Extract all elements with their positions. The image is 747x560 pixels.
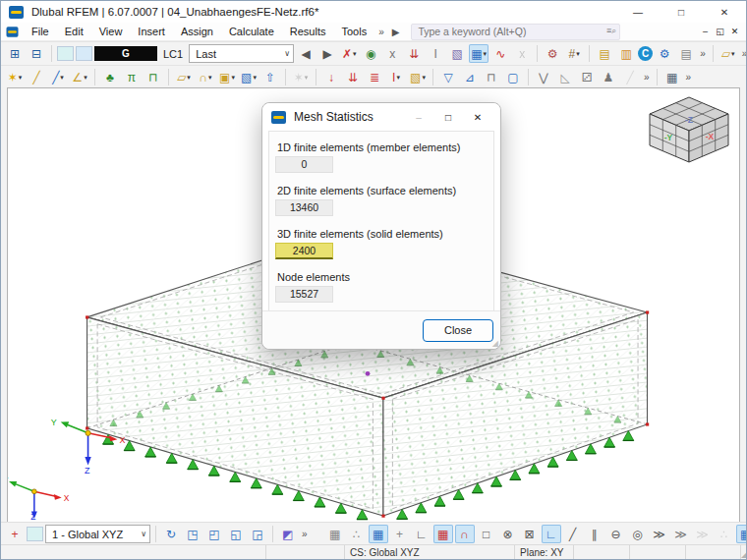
- model-settings-icon[interactable]: ⚙: [655, 44, 674, 63]
- new-line-support-icon[interactable]: π: [122, 68, 142, 86]
- new-member-icon[interactable]: ╱▾: [48, 68, 68, 86]
- dialog-close-icon[interactable]: ✕: [463, 112, 492, 123]
- child-restore-button[interactable]: ◱: [713, 27, 727, 36]
- fe-mesh-view-icon[interactable]: ▦: [369, 525, 388, 543]
- circle-snap-icon[interactable]: ⊗: [498, 525, 518, 543]
- new-node-icon[interactable]: ✶▾: [5, 68, 25, 86]
- coordinate-system-combo[interactable]: 1 - Global XYZ∨: [45, 525, 150, 543]
- field-value[interactable]: 2400: [275, 243, 333, 259]
- menu-overflow-chevron[interactable]: »: [374, 27, 388, 37]
- panel-color-swatch[interactable]: [76, 46, 92, 61]
- view-side-icon[interactable]: ◱: [226, 525, 246, 543]
- ortho-snap-icon[interactable]: ∟: [542, 525, 561, 543]
- menu-item-tools[interactable]: Tools: [333, 23, 374, 40]
- selected-node[interactable]: [366, 371, 371, 376]
- dialog-resize-grip[interactable]: ◢: [492, 339, 498, 348]
- close-button[interactable]: ✕: [703, 1, 746, 23]
- walk-through-icon[interactable]: ♟: [599, 68, 618, 86]
- clipping-box-icon[interactable]: ▢: [503, 68, 523, 86]
- view-top-icon[interactable]: ◲: [248, 525, 267, 543]
- numbering-options-icon[interactable]: #▾: [564, 44, 584, 63]
- new-solid-icon[interactable]: ▧▾: [239, 68, 259, 86]
- new-nodal-load-icon[interactable]: ↓: [321, 68, 341, 86]
- dialog-maximize-button[interactable]: □: [433, 112, 463, 123]
- keyword-search[interactable]: ≡⌕: [411, 24, 620, 40]
- new-opening-icon[interactable]: ▣▾: [217, 68, 237, 86]
- next-load-case-icon[interactable]: ▶: [317, 44, 337, 63]
- center-snap-icon[interactable]: □: [477, 525, 496, 543]
- guidelines-icon[interactable]: +: [390, 525, 410, 543]
- menu-run-arrow[interactable]: ▶: [388, 27, 404, 37]
- menu-item-file[interactable]: File: [24, 23, 57, 40]
- show-results-icon[interactable]: ∿: [490, 44, 510, 63]
- dialog-titlebar[interactable]: Mesh Statistics – □ ✕: [262, 103, 500, 131]
- child-close-button[interactable]: ✕: [727, 27, 742, 36]
- new-window-icon[interactable]: ⊞: [5, 44, 25, 63]
- menu-item-insert[interactable]: Insert: [130, 23, 173, 40]
- toolbar-overflow-4[interactable]: »: [642, 72, 652, 83]
- concentric-snap-icon[interactable]: ◎: [628, 525, 648, 543]
- parallel-snap-icon[interactable]: ∥: [585, 525, 604, 543]
- generate-mesh-icon[interactable]: ▤: [595, 44, 614, 63]
- section-icon[interactable]: ⊓: [482, 68, 501, 86]
- import-model-icon[interactable]: ▥: [616, 44, 636, 63]
- new-nurbs-surface-icon[interactable]: ∩▾: [196, 68, 215, 86]
- filter-results-icon[interactable]: ▽: [438, 68, 458, 86]
- show-grid-icon[interactable]: ▦: [736, 525, 746, 543]
- window-resize-grip[interactable]: ◢: [741, 545, 747, 559]
- toolbar-overflow-6[interactable]: »: [300, 529, 310, 539]
- maximize-button[interactable]: □: [660, 1, 703, 23]
- snap-angle-icon[interactable]: ∟: [412, 525, 431, 543]
- new-free-load-icon[interactable]: I▾: [386, 68, 406, 86]
- new-polyline-icon[interactable]: ∠▾: [70, 68, 89, 86]
- menu-item-view[interactable]: View: [91, 23, 131, 40]
- line-snap-icon[interactable]: ╱: [563, 525, 583, 543]
- self-weight-badge[interactable]: G: [94, 46, 157, 61]
- magnet-snap-icon[interactable]: ∩: [455, 525, 475, 543]
- fe-mesh-nodes-icon[interactable]: ∴: [347, 525, 367, 543]
- background-color-swatch[interactable]: [57, 46, 74, 61]
- toolbar-overflow-1[interactable]: »: [698, 48, 708, 59]
- extension-snap-icon[interactable]: ≫: [650, 525, 669, 543]
- field-value[interactable]: 13460: [275, 199, 333, 216]
- new-surface-support-icon[interactable]: ⊓: [144, 68, 163, 86]
- show-mesh-icon[interactable]: ▦▾: [469, 44, 488, 63]
- filter-loads-icon[interactable]: ✗▾: [339, 44, 359, 63]
- tangent-snap-icon[interactable]: ⊖: [606, 525, 626, 543]
- render-view-icon[interactable]: ⚂: [577, 68, 597, 86]
- show-loads-icon[interactable]: ⇊: [404, 44, 424, 63]
- show-numbering-icon[interactable]: x: [382, 44, 402, 63]
- load-case-combo[interactable]: Last∨: [189, 44, 294, 63]
- view-rotate-icon[interactable]: ↻: [161, 525, 181, 543]
- work-plane-icon[interactable]: ◺: [555, 68, 575, 86]
- printout-report-icon[interactable]: ▤: [676, 44, 696, 63]
- menu-item-calculate[interactable]: Calculate: [221, 23, 282, 40]
- show-dimensions-icon[interactable]: I: [426, 44, 445, 63]
- box-snap-icon[interactable]: ⊠: [520, 525, 540, 543]
- previous-load-case-icon[interactable]: ◀: [296, 44, 316, 63]
- close-dialog-button[interactable]: Close: [423, 319, 493, 342]
- navigation-cube[interactable]: -Z -Y -X: [648, 95, 730, 164]
- special-selection-icon[interactable]: ▱▾: [718, 44, 738, 63]
- show-solids-icon[interactable]: ▧: [447, 44, 467, 63]
- menu-item-results[interactable]: Results: [282, 23, 334, 40]
- mesh-settings-icon[interactable]: ⚙: [543, 44, 562, 63]
- search-input[interactable]: [411, 24, 620, 40]
- menu-item-assign[interactable]: Assign: [173, 23, 221, 40]
- render-mode-icon[interactable]: ◩: [278, 525, 298, 543]
- cs-color-swatch[interactable]: [27, 527, 43, 541]
- new-member-load-icon[interactable]: ⇊: [343, 68, 363, 86]
- new-combination-icon[interactable]: ▧▾: [408, 68, 428, 86]
- show-supports-icon[interactable]: ◉: [361, 44, 380, 63]
- minimize-button[interactable]: —: [616, 1, 660, 23]
- menu-item-edit[interactable]: Edit: [57, 23, 91, 40]
- perpendicular-snap-icon[interactable]: ≫: [671, 525, 691, 543]
- result-curve-icon[interactable]: ⋁: [534, 68, 553, 86]
- toolbar-overflow-5[interactable]: »: [684, 72, 694, 83]
- import-block-icon[interactable]: ⇧: [260, 68, 280, 86]
- currency-badge[interactable]: C: [638, 46, 653, 61]
- field-value[interactable]: 0: [275, 156, 333, 173]
- view-front-icon[interactable]: ◰: [204, 525, 224, 543]
- coordinate-system-icon[interactable]: +: [5, 525, 25, 543]
- grid-snap-icon[interactable]: ▦: [433, 525, 453, 543]
